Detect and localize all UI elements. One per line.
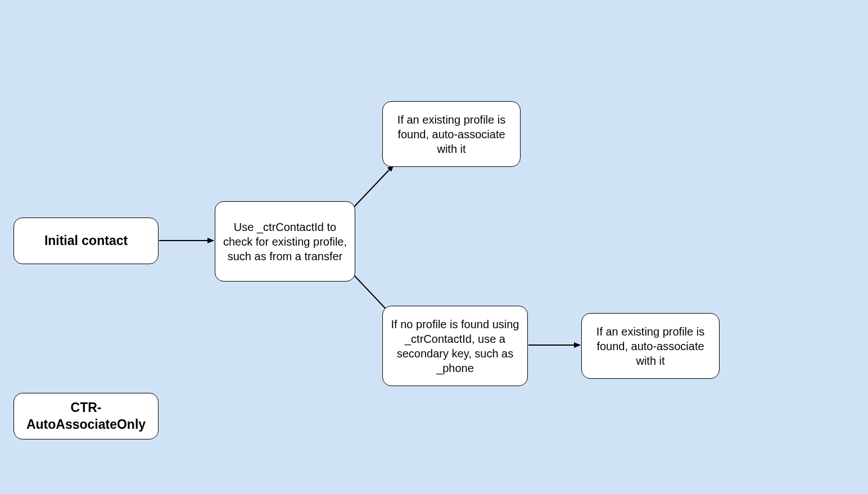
node-not-found-text: If no profile is found using _ctrContact… bbox=[390, 317, 521, 375]
node-not-found: If no profile is found using _ctrContact… bbox=[382, 306, 528, 386]
node-found-top: If an existing profile is found, auto-as… bbox=[382, 101, 521, 167]
node-found-right-text: If an existing profile is found, auto-as… bbox=[589, 324, 712, 368]
node-initial-contact: Initial contact bbox=[13, 217, 159, 264]
node-found-top-text: If an existing profile is found, auto-as… bbox=[390, 112, 513, 156]
node-check-profile: Use _ctrContactId to check for existing … bbox=[215, 201, 355, 282]
svg-line-1 bbox=[353, 165, 394, 208]
node-initial-contact-text: Initial contact bbox=[44, 233, 128, 250]
node-label-ctr: CTR-AutoAssociateOnly bbox=[13, 393, 159, 439]
node-check-profile-text: Use _ctrContactId to check for existing … bbox=[222, 220, 348, 264]
node-found-right: If an existing profile is found, auto-as… bbox=[581, 313, 720, 379]
node-label-ctr-text: CTR-AutoAssociateOnly bbox=[21, 400, 151, 433]
